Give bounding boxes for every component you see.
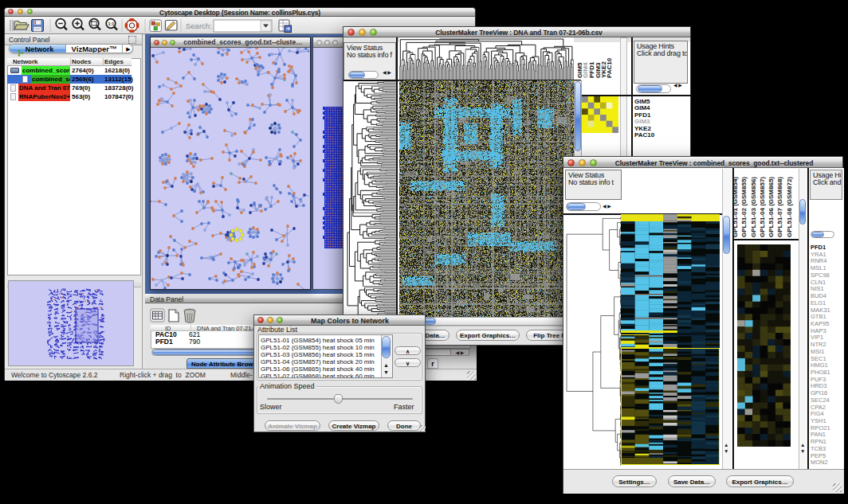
- svg-text:1:1: 1:1: [108, 21, 114, 26]
- svg-text:Search:: Search:: [186, 21, 212, 30]
